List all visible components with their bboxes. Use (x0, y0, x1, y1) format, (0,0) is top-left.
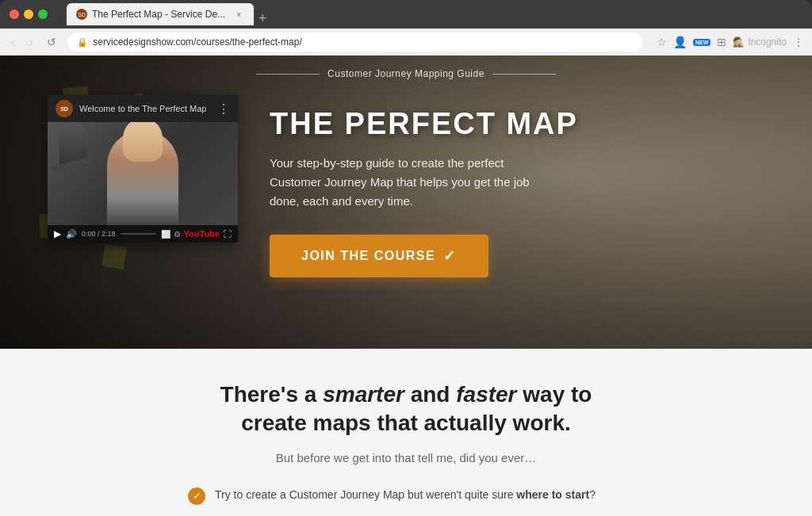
page-wrapper: Customer Journey Mapping Guide SD Welcom… (0, 55, 812, 516)
checklist-item-1: Try to create a Customer Journey Map but… (215, 487, 596, 503)
below-hero-section: There's a smarter and faster way to crea… (0, 349, 812, 516)
incognito-icon: 🕵 (733, 36, 745, 48)
tagline-heading: There's a smarter and faster way to crea… (48, 380, 764, 438)
tagline-italic1: smarter (323, 382, 404, 407)
toolbar-actions: ☆ 👤 NEW ⊞ 🕵 Incognito ⋮ (657, 36, 804, 48)
video-time: 0:00 / 2:18 (82, 230, 116, 238)
browser-window: SD The Perfect Map - Service De... × + ‹… (0, 0, 812, 516)
video-thumbnail (48, 122, 238, 225)
breadcrumb-line-left (256, 74, 320, 75)
hero-subtitle: Your step-by-step guide to create the pe… (270, 154, 539, 211)
captions-icon[interactable]: ⬜ (161, 230, 170, 239)
traffic-lights (10, 10, 48, 19)
hero-content: SD Welcome to the The Perfect Map ⋮ (0, 79, 812, 277)
tagline-italic2: faster (456, 382, 516, 407)
forward-button[interactable]: › (26, 34, 36, 50)
incognito-area: 🕵 Incognito (733, 36, 787, 48)
address-bar-row: ‹ › ↺ 🔒 servicedesignshow.com/courses/th… (0, 29, 812, 55)
play-button[interactable]: ▶ (54, 228, 61, 239)
video-right-controls: ⬜ ⚙ YouTube ⛶ (161, 229, 232, 239)
back-button[interactable]: ‹ (8, 34, 18, 50)
breadcrumb: Customer Journey Mapping Guide (0, 55, 812, 79)
new-tab-button[interactable]: + (259, 11, 267, 25)
tab-bar: SD The Perfect Map - Service De... × + (67, 3, 802, 25)
progress-bar[interactable] (121, 233, 156, 235)
tagline-part2: and (404, 382, 456, 407)
bookmark-icon[interactable]: ☆ (657, 36, 667, 48)
checklist-item-1-bold: where to start (516, 488, 589, 501)
profile-icon[interactable]: 👤 (673, 36, 687, 48)
maximize-window-button[interactable] (38, 10, 48, 19)
checklist-item-1-after: ? (589, 488, 596, 501)
youtube-logo: YouTube (184, 229, 220, 239)
tab-title: The Perfect Map - Service De... (92, 9, 225, 20)
video-menu-icon[interactable]: ⋮ (217, 101, 230, 117)
video-channel-logo: SD (56, 100, 73, 117)
address-bar[interactable]: 🔒 servicedesignshow.com/courses/the-perf… (67, 32, 642, 52)
checklist: ✓ Try to create a Customer Journey Map b… (188, 487, 624, 516)
minimize-window-button[interactable] (24, 10, 33, 19)
breadcrumb-text: Customer Journey Mapping Guide (327, 68, 485, 79)
new-badge: NEW (693, 39, 710, 46)
tagline-part3: way to (517, 382, 592, 407)
check-icon-1: ✓ (188, 487, 205, 505)
video-header: SD Welcome to the The Perfect Map ⋮ (48, 95, 238, 122)
list-item: ✓ Try to create a Customer Journey Map b… (188, 487, 624, 505)
settings-icon[interactable]: ⚙ (174, 230, 181, 239)
volume-icon[interactable]: 🔊 (66, 229, 77, 239)
tagline-line2: create maps that actually work. (241, 411, 571, 435)
video-title: Welcome to the The Perfect Map (79, 104, 211, 113)
hero-text-block: THE PERFECT MAP Your step-by-step guide … (270, 95, 764, 277)
menu-icon[interactable]: ⋮ (793, 36, 804, 48)
close-window-button[interactable] (10, 10, 19, 19)
title-bar: SD The Perfect Map - Service De... × + (0, 0, 812, 29)
tagline-subtitle: But before we get into that tell me, did… (48, 451, 764, 464)
cta-label: JOIN THE COURSE (301, 249, 435, 263)
breadcrumb-line-right (492, 74, 556, 75)
join-course-button[interactable]: JOIN THE COURSE ✓ (270, 235, 488, 277)
video-player[interactable]: SD Welcome to the The Perfect Map ⋮ (48, 95, 238, 243)
active-tab[interactable]: SD The Perfect Map - Service De... × (67, 3, 254, 25)
video-controls[interactable]: ▶ 🔊 0:00 / 2:18 ⬜ ⚙ YouTube ⛶ (48, 225, 238, 243)
tab-favicon: SD (76, 9, 87, 20)
fullscreen-icon[interactable]: ⛶ (223, 229, 232, 239)
extensions-icon[interactable]: ⊞ (717, 36, 726, 48)
checklist-item-1-before: Try to create a Customer Journey Map but… (215, 488, 516, 501)
tagline-part1: There's a (220, 382, 324, 407)
refresh-button[interactable]: ↺ (44, 34, 59, 50)
url-text: servicedesignshow.com/courses/the-perfec… (93, 36, 301, 48)
lock-icon: 🔒 (77, 37, 88, 48)
tab-close-button[interactable]: × (233, 9, 244, 20)
hero-section: Customer Journey Mapping Guide SD Welcom… (0, 55, 812, 349)
hero-title: THE PERFECT MAP (270, 108, 764, 141)
cta-check-icon: ✓ (443, 247, 457, 265)
incognito-label: Incognito (748, 36, 787, 48)
